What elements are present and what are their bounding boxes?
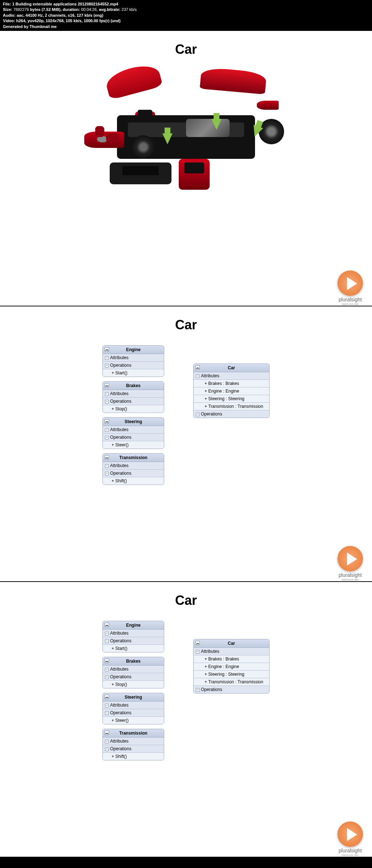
car-part-small-2 xyxy=(95,126,104,137)
minus-icon[interactable]: − xyxy=(105,436,109,439)
uml-operation: + Shift() xyxy=(103,753,164,760)
uml-title: Engine xyxy=(126,347,141,352)
uml-attribute: + Transmission : Transmission xyxy=(194,403,269,410)
duration-value: 00:04:26, xyxy=(81,7,98,12)
collapse-icon[interactable]: ︽ xyxy=(105,695,109,699)
minus-icon[interactable]: − xyxy=(105,428,109,432)
bitrate-value: 237 kb/s xyxy=(122,7,137,12)
uml-title: Transmission xyxy=(119,731,147,736)
play-icon xyxy=(337,821,363,847)
collapse-icon[interactable]: ︽ xyxy=(105,659,109,663)
pluralsight-logo: pluralsight hardcore dev xyxy=(328,270,372,306)
uml-attribute: + Steering : Steering xyxy=(194,395,269,403)
uml-attribute: + Engine : Engine xyxy=(194,387,269,395)
attributes-label: Attributes xyxy=(110,631,129,636)
collapse-icon[interactable]: ︽ xyxy=(105,347,109,351)
uml-class-engine[interactable]: ︽Engine −Attributes −Operations + Start(… xyxy=(102,621,164,652)
logo-subtext: hardcore dev xyxy=(328,302,372,306)
play-icon xyxy=(337,546,363,571)
uml-title: Car xyxy=(228,641,235,646)
pluralsight-logo: pluralsight hardcore dev xyxy=(328,546,372,581)
minus-icon[interactable]: − xyxy=(105,639,109,643)
operations-label: Operations xyxy=(110,674,132,679)
slide-title: Car xyxy=(0,31,372,57)
uml-diagram: ︽Engine −Attributes −Operations + Start(… xyxy=(0,621,372,760)
uml-operation: + Steer() xyxy=(103,717,164,724)
logo-subtext: hardcore dev xyxy=(328,853,372,857)
uml-right-column: ︽Car −Attributes + Brakes : Brakes + Eng… xyxy=(193,345,270,485)
operations-label: Operations xyxy=(201,687,222,692)
minus-icon[interactable]: − xyxy=(196,688,199,692)
minus-icon[interactable]: − xyxy=(196,374,199,378)
uml-attribute: + Brakes : Brakes xyxy=(194,655,269,663)
minus-icon[interactable]: − xyxy=(105,400,109,403)
size-unit: bytes (7.52 MiB), xyxy=(30,7,62,12)
size-bytes: 7882276 xyxy=(13,7,29,12)
file-info-header: File: 1 Building extensible applications… xyxy=(0,0,372,31)
uml-attribute: + Brakes : Brakes xyxy=(194,380,269,387)
uml-title: Steering xyxy=(125,695,142,700)
minus-icon[interactable]: − xyxy=(105,464,109,468)
uml-class-brakes[interactable]: ︽Brakes −Attributes −Operations + Stop() xyxy=(102,657,164,688)
car-door xyxy=(179,159,210,190)
logo-text: pluralsight xyxy=(328,848,372,853)
minus-icon[interactable]: − xyxy=(105,747,109,751)
minus-icon[interactable]: − xyxy=(105,740,109,743)
uml-class-steering[interactable]: ︽Steering −Attributes −Operations + Stee… xyxy=(102,693,164,724)
uml-operation: + Steer() xyxy=(103,441,164,449)
collapse-icon[interactable]: ︽ xyxy=(105,383,109,387)
slide-title: Car xyxy=(0,582,372,608)
operations-label: Operations xyxy=(110,471,132,476)
operations-label: Operations xyxy=(110,435,132,440)
uml-title: Brakes xyxy=(126,383,141,388)
uml-operation: + Start() xyxy=(103,369,164,377)
uml-left-column: ︽Engine −Attributes −Operations + Start(… xyxy=(102,621,164,760)
uml-title: Car xyxy=(228,365,235,370)
generated-label: Generated by Thumbnail me xyxy=(3,24,57,29)
uml-class-car[interactable]: ︽Car −Attributes + Brakes : Brakes + Eng… xyxy=(193,639,270,694)
uml-class-steering[interactable]: ︽Steering −Attributes −Operations + Stee… xyxy=(102,417,164,449)
car-hood xyxy=(104,61,163,100)
attributes-label: Attributes xyxy=(110,463,129,468)
uml-class-engine[interactable]: ︽Engine −Attributes −Operations + Start(… xyxy=(102,345,164,377)
slide-2: Car ︽Engine −Attributes −Operations + St… xyxy=(0,306,372,582)
car-part-small-1 xyxy=(106,133,119,142)
minus-icon[interactable]: − xyxy=(105,472,109,475)
logo-text: pluralsight xyxy=(328,572,372,578)
collapse-icon[interactable]: ︽ xyxy=(195,365,200,370)
minus-icon[interactable]: − xyxy=(105,704,109,707)
collapse-icon[interactable]: ︽ xyxy=(105,623,109,627)
uml-class-transmission[interactable]: ︽Transmission −Attributes −Operations + … xyxy=(102,453,164,485)
uml-attribute: + Steering : Steering xyxy=(194,671,269,678)
collapse-icon[interactable]: ︽ xyxy=(105,455,109,459)
collapse-icon[interactable]: ︽ xyxy=(195,641,200,645)
attributes-label: Attributes xyxy=(110,739,129,744)
uml-class-car[interactable]: ︽Car −Attributes + Brakes : Brakes + Eng… xyxy=(193,363,270,418)
minus-icon[interactable]: − xyxy=(105,668,109,671)
minus-icon[interactable]: − xyxy=(105,632,109,635)
audio-value: aac, 44100 Hz, 2 channels, s16, 127 kb/s… xyxy=(17,13,103,17)
slide-3: Car ︽Engine −Attributes −Operations + St… xyxy=(0,582,372,857)
operations-label: Operations xyxy=(201,411,222,417)
car-fender-rear xyxy=(257,101,279,110)
minus-icon[interactable]: − xyxy=(105,392,109,396)
uml-attribute: + Transmission : Transmission xyxy=(194,678,269,686)
operations-label: Operations xyxy=(110,746,132,751)
uml-operation: + Shift() xyxy=(103,477,164,485)
car-wheel-front xyxy=(132,135,155,159)
minus-icon[interactable]: − xyxy=(105,711,109,715)
duration-label: duration: xyxy=(63,7,80,12)
uml-class-brakes[interactable]: ︽Brakes −Attributes −Operations + Stop() xyxy=(102,381,164,413)
file-label: File: xyxy=(3,2,11,6)
car-body-shell xyxy=(200,67,267,94)
minus-icon[interactable]: − xyxy=(196,413,199,416)
uml-class-transmission[interactable]: ︽Transmission −Attributes −Operations + … xyxy=(102,729,164,760)
attributes-label: Attributes xyxy=(110,427,129,432)
collapse-icon[interactable]: ︽ xyxy=(105,419,109,423)
minus-icon[interactable]: − xyxy=(196,650,199,654)
collapse-icon[interactable]: ︽ xyxy=(105,731,109,735)
minus-icon[interactable]: − xyxy=(105,364,109,367)
minus-icon[interactable]: − xyxy=(105,675,109,679)
minus-icon[interactable]: − xyxy=(105,356,109,360)
slide-title: Car xyxy=(0,306,372,333)
